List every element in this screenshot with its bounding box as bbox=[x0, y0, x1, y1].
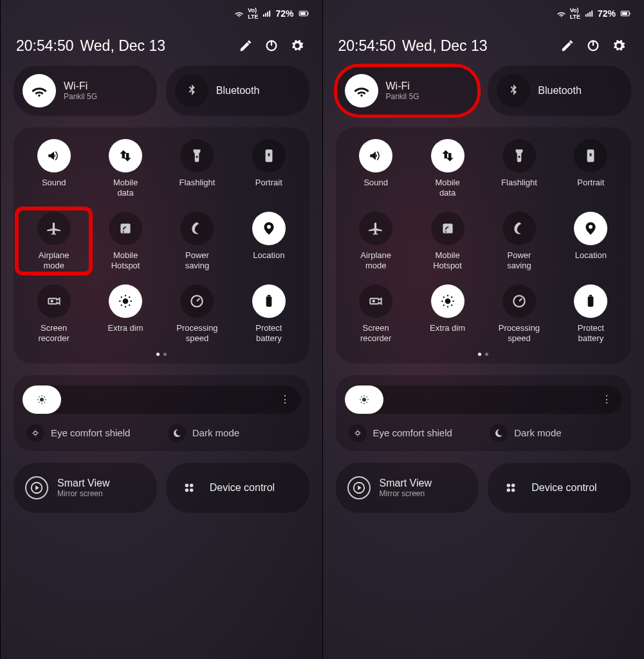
settings-button[interactable] bbox=[609, 36, 629, 55]
battery-percent: 72% bbox=[598, 8, 616, 19]
smart-view-button[interactable]: Smart View Mirror screen bbox=[14, 463, 157, 513]
moon-icon bbox=[490, 424, 508, 442]
tile-label: Processing speed bbox=[499, 323, 540, 343]
edit-button[interactable] bbox=[558, 36, 577, 55]
edit-button[interactable] bbox=[236, 36, 255, 55]
tile-grid: Sound Mobile data Flashlight Portrait bbox=[342, 139, 625, 344]
slider-menu-icon[interactable]: ⋮ bbox=[602, 393, 613, 405]
sun-icon bbox=[36, 394, 48, 405]
smart-view-button[interactable]: Smart View Mirror screen bbox=[336, 463, 479, 513]
signal-icon bbox=[584, 9, 594, 19]
volte-icon: Vo)LTE bbox=[570, 7, 580, 20]
tile-portrait[interactable]: Portrait bbox=[557, 139, 625, 198]
tile-label: Screen recorder bbox=[360, 323, 391, 343]
battery-icon bbox=[298, 8, 309, 19]
bluetooth-label: Bluetooth bbox=[538, 85, 582, 97]
tile-label: Mobile data bbox=[113, 178, 138, 198]
settings-button[interactable] bbox=[288, 36, 307, 55]
status-bar: Vo)LTE 72% bbox=[336, 5, 632, 22]
swap-icon bbox=[431, 139, 465, 172]
tile-protect-battery[interactable]: Protect battery bbox=[235, 284, 302, 343]
wifi-subtitle: Pankil 5G bbox=[64, 92, 97, 101]
tile-portrait[interactable]: Portrait bbox=[235, 139, 302, 198]
tile-mobile-hotspot[interactable]: Mobile Hotspot bbox=[414, 212, 481, 270]
eye-comfort-toggle[interactable]: Eye comfort shield bbox=[349, 424, 477, 442]
dark-mode-toggle[interactable]: Dark mode bbox=[490, 424, 618, 442]
bluetooth-pill[interactable]: Bluetooth bbox=[166, 66, 309, 116]
dot-1 bbox=[478, 353, 481, 356]
tile-label: Protect battery bbox=[255, 323, 282, 343]
tile-power-saving[interactable]: Power saving bbox=[485, 212, 553, 270]
tile-screen-recorder[interactable]: Screen recorder bbox=[20, 284, 87, 343]
slider-menu-icon[interactable]: ⋮ bbox=[280, 393, 291, 405]
dark-label: Dark mode bbox=[192, 427, 239, 438]
dark-mode-toggle[interactable]: Dark mode bbox=[168, 424, 297, 442]
signal-icon bbox=[262, 9, 271, 19]
tile-extra-dim[interactable]: Extra dim bbox=[91, 284, 159, 343]
flashlight-icon bbox=[180, 139, 214, 172]
smart-view-sub: Mirror screen bbox=[57, 489, 110, 498]
tile-screen-recorder[interactable]: Screen recorder bbox=[342, 284, 410, 343]
power-button[interactable] bbox=[262, 36, 281, 55]
tile-mobile-data[interactable]: Mobile data bbox=[91, 139, 159, 198]
shieldbat-icon bbox=[252, 284, 286, 318]
dot-2 bbox=[485, 353, 488, 356]
device-control-button[interactable]: Device control bbox=[488, 463, 631, 513]
tile-flashlight[interactable]: Flashlight bbox=[163, 139, 231, 198]
brightness-panel: ⋮ Eye comfort shield Dark mode bbox=[336, 375, 632, 451]
eye-icon bbox=[349, 424, 367, 442]
tile-label: Portrait bbox=[577, 178, 604, 188]
airplane-icon bbox=[37, 212, 71, 245]
tile-label: Sound bbox=[42, 178, 66, 188]
wifi-pill[interactable]: Wi-Fi Pankil 5G bbox=[336, 66, 479, 116]
power-button[interactable] bbox=[584, 36, 603, 55]
portrait-icon bbox=[252, 139, 286, 172]
tile-label: Screen recorder bbox=[38, 323, 69, 343]
battery-icon bbox=[620, 8, 631, 19]
tile-mobile-hotspot[interactable]: Mobile Hotspot bbox=[91, 212, 159, 270]
grid-icon bbox=[499, 476, 522, 499]
tile-sound[interactable]: Sound bbox=[20, 139, 87, 198]
tile-protect-battery[interactable]: Protect battery bbox=[557, 284, 625, 343]
eye-comfort-toggle[interactable]: Eye comfort shield bbox=[26, 424, 155, 442]
tile-label: Extra dim bbox=[108, 323, 143, 333]
record-icon bbox=[359, 284, 392, 318]
tile-flashlight[interactable]: Flashlight bbox=[485, 139, 553, 198]
tile-mobile-data[interactable]: Mobile data bbox=[414, 139, 481, 198]
bluetooth-pill[interactable]: Bluetooth bbox=[488, 66, 631, 116]
tile-label: Power saving bbox=[185, 250, 210, 270]
tile-processing-speed[interactable]: Processing speed bbox=[163, 284, 231, 343]
location-icon bbox=[252, 212, 286, 245]
tile-power-saving[interactable]: Power saving bbox=[163, 212, 231, 270]
tile-label: Flashlight bbox=[501, 178, 537, 188]
leaf-icon bbox=[180, 212, 214, 245]
tile-processing-speed[interactable]: Processing speed bbox=[485, 284, 553, 343]
tile-location[interactable]: Location bbox=[557, 212, 625, 270]
smart-view-label: Smart View bbox=[380, 478, 432, 489]
brightness-slider[interactable]: ⋮ bbox=[23, 385, 300, 414]
wifi-label: Wi-Fi bbox=[64, 80, 97, 92]
sun-icon bbox=[358, 394, 370, 405]
cast-icon bbox=[347, 476, 371, 499]
device-control-button[interactable]: Device control bbox=[166, 463, 309, 513]
brightness-slider[interactable]: ⋮ bbox=[345, 385, 623, 414]
mini-row: Eye comfort shield Dark mode bbox=[345, 424, 623, 442]
tile-location[interactable]: Location bbox=[235, 212, 302, 270]
bluetooth-icon bbox=[175, 74, 208, 107]
tile-grid: Sound Mobile data Flashlight Portrait bbox=[20, 139, 303, 344]
volume-icon bbox=[359, 139, 392, 172]
eye-icon bbox=[26, 424, 44, 442]
wifi-icon bbox=[345, 74, 378, 107]
device-control-label: Device control bbox=[210, 482, 275, 494]
tile-airplane-mode[interactable]: Airplane mode bbox=[20, 212, 87, 270]
tile-sound[interactable]: Sound bbox=[342, 139, 410, 198]
brightness-panel: ⋮ Eye comfort shield Dark mode bbox=[14, 375, 309, 451]
tile-extra-dim[interactable]: Extra dim bbox=[414, 284, 481, 343]
gauge-icon bbox=[180, 284, 214, 318]
tile-label: Location bbox=[253, 250, 284, 261]
page-dots bbox=[342, 353, 625, 356]
wifi-pill[interactable]: Wi-Fi Pankil 5G bbox=[14, 66, 157, 116]
tile-airplane-mode[interactable]: Airplane mode bbox=[342, 212, 410, 270]
tile-label: Sound bbox=[363, 178, 388, 188]
brightness-fill bbox=[23, 385, 61, 414]
